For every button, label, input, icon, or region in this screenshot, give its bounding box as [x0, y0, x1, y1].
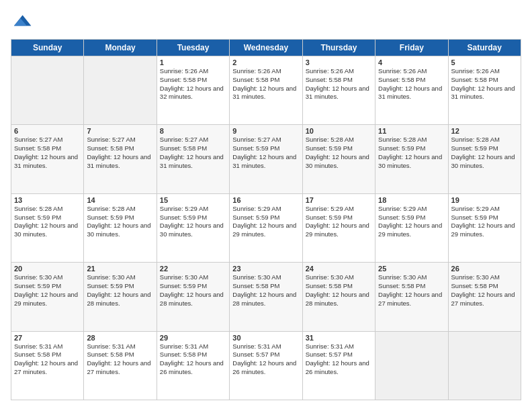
calendar-day-cell: 12Sunrise: 5:28 AM Sunset: 5:59 PM Dayli…	[448, 125, 521, 193]
calendar-day-cell: 6Sunrise: 5:27 AM Sunset: 5:58 PM Daylig…	[11, 125, 84, 193]
day-info: Sunrise: 5:27 AM Sunset: 5:58 PM Dayligh…	[87, 136, 153, 170]
day-number: 5	[451, 58, 518, 66]
calendar-day-cell: 7Sunrise: 5:27 AM Sunset: 5:58 PM Daylig…	[84, 125, 157, 193]
day-info: Sunrise: 5:28 AM Sunset: 5:59 PM Dayligh…	[378, 136, 445, 170]
day-number: 31	[306, 334, 372, 342]
day-number: 16	[232, 196, 299, 204]
day-number: 18	[378, 196, 445, 204]
day-info: Sunrise: 5:28 AM Sunset: 5:59 PM Dayligh…	[87, 205, 153, 239]
calendar-day-cell: 8Sunrise: 5:27 AM Sunset: 5:58 PM Daylig…	[157, 125, 229, 193]
day-number: 6	[14, 127, 81, 135]
calendar-day-cell: 4Sunrise: 5:26 AM Sunset: 5:58 PM Daylig…	[375, 56, 448, 125]
calendar-day-cell: 22Sunrise: 5:30 AM Sunset: 5:59 PM Dayli…	[157, 263, 229, 331]
calendar-week-row: 6Sunrise: 5:27 AM Sunset: 5:58 PM Daylig…	[11, 125, 521, 193]
day-info: Sunrise: 5:26 AM Sunset: 5:58 PM Dayligh…	[232, 67, 299, 101]
day-number: 4	[378, 58, 445, 66]
calendar-day-header: Friday	[375, 40, 448, 56]
calendar-week-row: 20Sunrise: 5:30 AM Sunset: 5:59 PM Dayli…	[11, 263, 521, 331]
calendar-day-cell: 5Sunrise: 5:26 AM Sunset: 5:58 PM Daylig…	[448, 56, 521, 125]
calendar-week-row: 27Sunrise: 5:31 AM Sunset: 5:58 PM Dayli…	[11, 331, 521, 400]
calendar-day-cell: 15Sunrise: 5:29 AM Sunset: 5:59 PM Dayli…	[157, 193, 229, 262]
day-info: Sunrise: 5:28 AM Sunset: 5:59 PM Dayligh…	[306, 136, 372, 170]
page: SundayMondayTuesdayWednesdayThursdayFrid…	[0, 0, 532, 411]
day-info: Sunrise: 5:30 AM Sunset: 5:58 PM Dayligh…	[451, 273, 518, 308]
calendar-day-cell: 18Sunrise: 5:29 AM Sunset: 5:59 PM Dayli…	[375, 193, 448, 262]
day-number: 25	[378, 265, 445, 273]
day-number: 10	[306, 127, 372, 135]
day-info: Sunrise: 5:29 AM Sunset: 5:59 PM Dayligh…	[451, 205, 518, 239]
day-info: Sunrise: 5:29 AM Sunset: 5:59 PM Dayligh…	[232, 205, 299, 239]
calendar-day-cell: 17Sunrise: 5:29 AM Sunset: 5:59 PM Dayli…	[302, 193, 375, 262]
calendar-day-header: Sunday	[11, 40, 84, 56]
day-number: 21	[87, 265, 153, 273]
logo-icon	[11, 11, 32, 32]
calendar-day-header: Saturday	[448, 40, 521, 56]
day-info: Sunrise: 5:31 AM Sunset: 5:58 PM Dayligh…	[14, 342, 81, 377]
calendar-day-cell: 11Sunrise: 5:28 AM Sunset: 5:59 PM Dayli…	[375, 125, 448, 193]
day-info: Sunrise: 5:28 AM Sunset: 5:59 PM Dayligh…	[451, 136, 518, 170]
day-info: Sunrise: 5:30 AM Sunset: 5:59 PM Dayligh…	[160, 273, 226, 308]
calendar-week-row: 13Sunrise: 5:28 AM Sunset: 5:59 PM Dayli…	[11, 193, 521, 262]
day-info: Sunrise: 5:26 AM Sunset: 5:58 PM Dayligh…	[451, 67, 518, 101]
calendar-day-header: Thursday	[302, 40, 375, 56]
day-info: Sunrise: 5:30 AM Sunset: 5:58 PM Dayligh…	[306, 273, 372, 308]
calendar-day-cell: 16Sunrise: 5:29 AM Sunset: 5:59 PM Dayli…	[230, 193, 302, 262]
calendar-day-cell: 2Sunrise: 5:26 AM Sunset: 5:58 PM Daylig…	[230, 56, 302, 125]
calendar-day-cell	[11, 56, 84, 125]
day-number: 8	[160, 127, 226, 135]
day-info: Sunrise: 5:30 AM Sunset: 5:59 PM Dayligh…	[14, 273, 81, 308]
calendar-day-cell: 9Sunrise: 5:27 AM Sunset: 5:59 PM Daylig…	[230, 125, 302, 193]
day-info: Sunrise: 5:29 AM Sunset: 5:59 PM Dayligh…	[378, 205, 445, 239]
day-number: 24	[306, 265, 372, 273]
day-number: 13	[14, 196, 81, 204]
calendar-header-row: SundayMondayTuesdayWednesdayThursdayFrid…	[11, 40, 521, 56]
day-info: Sunrise: 5:26 AM Sunset: 5:58 PM Dayligh…	[160, 67, 226, 101]
calendar-day-cell	[375, 331, 448, 400]
header	[11, 11, 521, 32]
day-info: Sunrise: 5:26 AM Sunset: 5:58 PM Dayligh…	[306, 67, 372, 101]
calendar-day-cell: 31Sunrise: 5:31 AM Sunset: 5:57 PM Dayli…	[302, 331, 375, 400]
day-number: 30	[232, 334, 299, 342]
calendar-day-cell: 28Sunrise: 5:31 AM Sunset: 5:58 PM Dayli…	[84, 331, 157, 400]
calendar-table: SundayMondayTuesdayWednesdayThursdayFrid…	[11, 39, 521, 400]
day-number: 19	[451, 196, 518, 204]
day-info: Sunrise: 5:31 AM Sunset: 5:58 PM Dayligh…	[87, 342, 153, 377]
day-number: 27	[14, 334, 81, 342]
day-number: 26	[451, 265, 518, 273]
day-info: Sunrise: 5:27 AM Sunset: 5:58 PM Dayligh…	[160, 136, 226, 170]
calendar-day-cell: 19Sunrise: 5:29 AM Sunset: 5:59 PM Dayli…	[448, 193, 521, 262]
day-number: 23	[232, 265, 299, 273]
calendar-day-header: Wednesday	[230, 40, 302, 56]
day-number: 28	[87, 334, 153, 342]
day-info: Sunrise: 5:28 AM Sunset: 5:59 PM Dayligh…	[14, 205, 81, 239]
day-info: Sunrise: 5:30 AM Sunset: 5:58 PM Dayligh…	[378, 273, 445, 308]
day-number: 2	[232, 58, 299, 66]
calendar-day-cell: 21Sunrise: 5:30 AM Sunset: 5:59 PM Dayli…	[84, 263, 157, 331]
logo	[11, 11, 35, 32]
day-info: Sunrise: 5:31 AM Sunset: 5:58 PM Dayligh…	[160, 342, 226, 377]
calendar-day-header: Tuesday	[157, 40, 229, 56]
day-number: 3	[306, 58, 372, 66]
calendar-day-cell: 13Sunrise: 5:28 AM Sunset: 5:59 PM Dayli…	[11, 193, 84, 262]
day-info: Sunrise: 5:30 AM Sunset: 5:58 PM Dayligh…	[232, 273, 299, 308]
calendar-day-cell: 3Sunrise: 5:26 AM Sunset: 5:58 PM Daylig…	[302, 56, 375, 125]
calendar-day-cell: 29Sunrise: 5:31 AM Sunset: 5:58 PM Dayli…	[157, 331, 229, 400]
day-info: Sunrise: 5:29 AM Sunset: 5:59 PM Dayligh…	[160, 205, 226, 239]
calendar-week-row: 1Sunrise: 5:26 AM Sunset: 5:58 PM Daylig…	[11, 56, 521, 125]
day-info: Sunrise: 5:31 AM Sunset: 5:57 PM Dayligh…	[306, 342, 372, 377]
day-number: 22	[160, 265, 226, 273]
day-number: 7	[87, 127, 153, 135]
day-info: Sunrise: 5:26 AM Sunset: 5:58 PM Dayligh…	[378, 67, 445, 101]
calendar-day-cell: 20Sunrise: 5:30 AM Sunset: 5:59 PM Dayli…	[11, 263, 84, 331]
day-info: Sunrise: 5:27 AM Sunset: 5:59 PM Dayligh…	[232, 136, 299, 170]
calendar-day-cell	[84, 56, 157, 125]
calendar-day-header: Monday	[84, 40, 157, 56]
day-number: 29	[160, 334, 226, 342]
calendar-day-cell: 25Sunrise: 5:30 AM Sunset: 5:58 PM Dayli…	[375, 263, 448, 331]
calendar-day-cell: 27Sunrise: 5:31 AM Sunset: 5:58 PM Dayli…	[11, 331, 84, 400]
calendar-day-cell: 10Sunrise: 5:28 AM Sunset: 5:59 PM Dayli…	[302, 125, 375, 193]
day-number: 11	[378, 127, 445, 135]
day-number: 14	[87, 196, 153, 204]
day-number: 9	[232, 127, 299, 135]
day-info: Sunrise: 5:27 AM Sunset: 5:58 PM Dayligh…	[14, 136, 81, 170]
